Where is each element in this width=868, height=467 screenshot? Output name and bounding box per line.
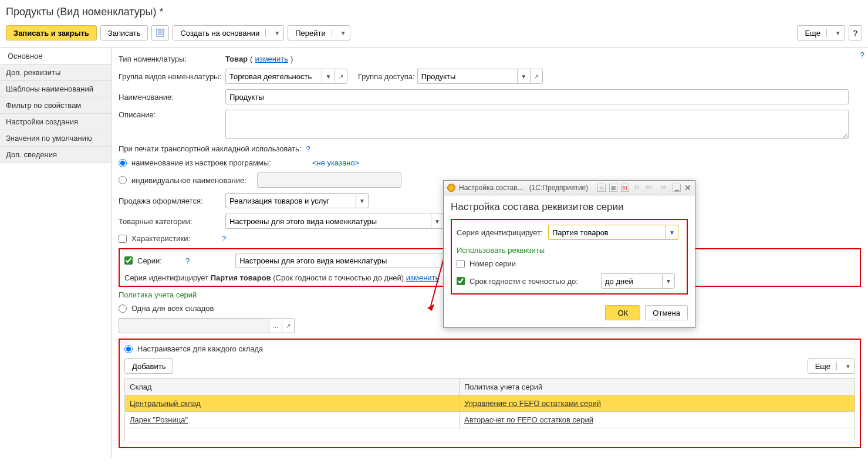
dropdown-icon[interactable]: ▼ <box>431 214 444 229</box>
help-icon[interactable]: ? <box>185 256 190 265</box>
page-title: Продукты (Вид номенклатуры) * <box>0 0 868 23</box>
caret-down-icon: ▼ <box>340 30 346 36</box>
caret-down-icon: ▼ <box>835 30 841 36</box>
warehouse-table: Склад Политика учета серий Центральный с… <box>124 378 855 428</box>
list-icon <box>156 29 164 37</box>
sale-label: Продажа оформляется: <box>119 196 223 205</box>
access-input[interactable] <box>417 69 517 84</box>
main-toolbar: Записать и закрыть Записать Создать на о… <box>0 23 868 48</box>
open-icon[interactable]: ↗ <box>282 318 295 333</box>
use-requisites-title: Использовать реквизиты <box>457 246 682 255</box>
radio-all-warehouses[interactable] <box>119 304 127 313</box>
popup-heading: Настройка состава реквизитов серии <box>451 201 688 213</box>
radio-program-name[interactable] <box>119 159 127 167</box>
help-icon[interactable]: ? <box>306 144 310 153</box>
characteristics-checkbox[interactable] <box>119 235 127 243</box>
help-button[interactable]: ? <box>849 25 862 40</box>
desc-label: Описание: <box>119 110 223 119</box>
table-row[interactable]: Центральный склад Управление по FEFO ост… <box>125 395 855 412</box>
caret-down-icon: ▼ <box>274 30 280 36</box>
app-icon <box>447 184 455 192</box>
ok-button[interactable]: ОК <box>605 305 640 320</box>
table-row[interactable]: Ларек "Розница" Авторасчет по FEFO остат… <box>125 412 855 428</box>
expiry-input[interactable] <box>601 273 662 289</box>
close-icon[interactable]: ✕ <box>684 183 691 192</box>
create-based-button[interactable]: Создать на основании▼ <box>173 25 284 40</box>
group-input[interactable] <box>225 69 322 84</box>
save-button[interactable]: Записать <box>100 25 148 40</box>
open-icon[interactable]: ↗ <box>530 69 543 84</box>
col-warehouse[interactable]: Склад <box>125 379 460 395</box>
number-checkbox[interactable] <box>457 260 465 268</box>
type-change-link[interactable]: изменить <box>255 55 288 63</box>
goto-button[interactable]: Перейти▼ <box>288 25 350 40</box>
series-identifies-value: Партия товаров <box>211 273 271 282</box>
dropdown-icon[interactable]: ▼ <box>666 225 678 240</box>
series-checkbox[interactable] <box>124 256 133 265</box>
table-more-button[interactable]: Еще▼ <box>808 358 855 374</box>
individual-name-input <box>257 172 401 188</box>
titlebar-icon[interactable]: ▦ <box>609 184 617 192</box>
radio-all-label: Одна для всех складов <box>131 304 214 313</box>
nav-filter[interactable]: Фильтр по свойствам <box>0 97 111 114</box>
expiry-checkbox[interactable] <box>457 277 465 285</box>
radio-program-label: наименование из настроек программы: <box>131 158 308 167</box>
radio-per-warehouse-label: Настраивается для каждого склада <box>137 344 263 353</box>
per-warehouse-highlight-box: Настраивается для каждого склада Добавит… <box>119 339 861 448</box>
titlebar-icon[interactable]: ☆ <box>597 184 606 192</box>
series-change-link[interactable]: изменить <box>406 273 440 282</box>
titlebar-icon[interactable]: 31 <box>621 184 629 192</box>
characteristics-label: Характеристики: <box>131 234 215 243</box>
series-settings-popup: Настройка состав... (1С:Предприятие) ☆ ▦… <box>443 180 695 328</box>
minimize-icon[interactable]: ▁ <box>673 184 681 192</box>
open-icon[interactable]: ↗ <box>335 69 347 84</box>
name-input[interactable] <box>225 89 849 104</box>
categories-input[interactable] <box>225 214 431 229</box>
identifies-label: Серия идентифицирует: <box>457 228 543 237</box>
categories-label: Товарные категории: <box>119 216 223 226</box>
more-dots-icon[interactable]: … <box>269 318 282 333</box>
cell-warehouse[interactable]: Центральный склад <box>125 395 460 412</box>
popup-titlebar[interactable]: Настройка состав... (1С:Предприятие) ☆ ▦… <box>444 181 695 195</box>
nav-extra-info[interactable]: Доп. сведения <box>0 147 111 163</box>
series-identifies-text: Серия идентифицирует <box>124 273 211 282</box>
help-link-icon[interactable]: ? <box>860 50 864 59</box>
add-button[interactable]: Добавить <box>124 358 173 374</box>
dropdown-icon[interactable]: ▼ <box>356 193 369 208</box>
list-icon-button[interactable] <box>151 25 169 40</box>
radio-per-warehouse[interactable] <box>124 345 133 353</box>
dropdown-icon[interactable]: ▼ <box>662 273 675 289</box>
series-identifies-suffix: (Срок годности с точностью до дней) <box>271 273 406 282</box>
series-config-input[interactable] <box>235 253 441 268</box>
titlebar-m[interactable]: M <box>633 184 641 192</box>
sale-input[interactable] <box>225 193 356 208</box>
titlebar-mminus[interactable]: M- <box>658 184 669 192</box>
save-close-button[interactable]: Записать и закрыть <box>6 25 97 40</box>
nav-create-settings[interactable]: Настройки создания <box>0 114 111 130</box>
nav-additional[interactable]: Доп. реквизиты <box>0 65 111 81</box>
group-label: Группа видов номенклатуры: <box>119 72 223 81</box>
type-label: Тип номенклатуры: <box>119 54 223 63</box>
cell-warehouse[interactable]: Ларек "Розница" <box>125 412 460 428</box>
nav-defaults[interactable]: Значения по умолчанию <box>0 130 111 147</box>
titlebar-mplus[interactable]: M+ <box>644 184 655 192</box>
dropdown-icon[interactable]: ▼ <box>322 69 335 84</box>
nav-main[interactable]: Основное <box>0 48 111 65</box>
cell-policy[interactable]: Авторасчет по FEFO остатков серий <box>460 412 855 428</box>
cell-policy[interactable]: Управление по FEFO остатками серий <box>460 395 855 412</box>
help-icon[interactable]: ? <box>222 234 226 243</box>
desc-input[interactable] <box>225 110 849 139</box>
nav-templates[interactable]: Шаблоны наименований <box>0 81 111 97</box>
radio-individual-name[interactable] <box>119 176 127 184</box>
type-value: Товар <box>225 55 248 63</box>
series-label: Серии: <box>137 256 178 265</box>
print-label: При печати транспортной накладной исполь… <box>119 144 302 153</box>
more-button[interactable]: Еще▼ <box>797 25 845 40</box>
col-policy[interactable]: Политика учета серий <box>460 379 855 395</box>
expiry-label: Срок годности с точностью до: <box>470 277 596 286</box>
cancel-button[interactable]: Отмена <box>645 305 688 320</box>
all-warehouses-input <box>119 318 269 333</box>
sidebar: Основное Доп. реквизиты Шаблоны наименов… <box>0 48 112 458</box>
dropdown-icon[interactable]: ▼ <box>517 69 530 84</box>
identifies-input[interactable] <box>548 225 666 240</box>
